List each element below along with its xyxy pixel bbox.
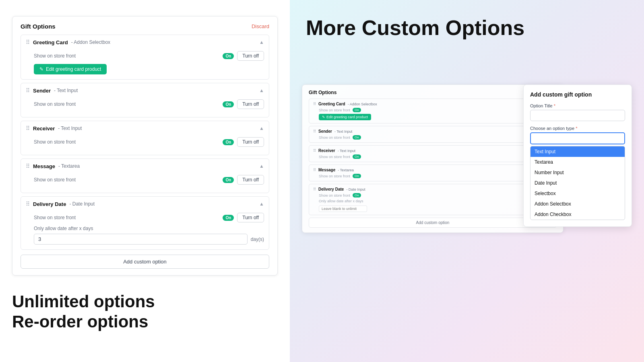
drag-handle-greeting[interactable]: ⠿ [26,39,30,45]
show-store-label-message: Show on store front [34,177,76,183]
mini-drag-sender: ⠿ [313,129,316,134]
toggle-on-delivery[interactable]: On [223,215,234,221]
chevron-up-icon-greeting: ▲ [259,39,264,45]
toggle-on-receiver[interactable]: On [223,139,234,145]
option-type-select[interactable] [530,132,625,144]
option-row-header-receiver[interactable]: ⠿ Receiver - Text Input ▲ [21,121,269,136]
option-row-header-greeting[interactable]: ⠿ Greeting Card - Addon Selectbox ▲ [21,35,269,49]
toggle-on-message[interactable]: On [223,177,234,183]
mini-toggle-message: On [353,174,361,178]
turn-off-button-delivery[interactable]: Turn off [237,213,264,222]
sender-title: Sender [33,88,51,94]
mini-delivery-title: Delivery Date [318,187,344,191]
mini-show-sender: Show on store front [319,136,350,140]
date-after-days-input[interactable] [34,234,248,245]
dropdown-item-text-input[interactable]: Text Input [530,146,625,157]
reorder-options-text: Re-order options [12,312,278,332]
mini-greeting-title: Greeting Card [318,102,345,106]
toggle-on-sender[interactable]: On [223,101,234,107]
date-extra: Only allow date after x days day(s) [34,226,264,245]
mini-row-sender: ⠿ Sender - Text Input Turn off Show on s… [309,126,557,143]
show-store-label-receiver: Show on store front [34,139,76,145]
turn-off-button-message[interactable]: Turn off [237,175,264,185]
mini-message-type: - Textarea [338,168,354,172]
mini-date-allow-label: Only allow date after x days [319,199,552,203]
mini-show-delivery: Show on store front [319,193,350,197]
mini-edit-greeting-button[interactable]: ✎ Edit greeting card product [319,114,371,120]
dropdown-item-number-input[interactable]: Number Input [530,167,625,178]
option-type-dropdown[interactable]: Text Input Textarea Number Input Date In… [530,146,625,220]
option-row-receiver: ⠿ Receiver - Text Input ▲ Show on store … [21,121,269,155]
modal-title: Add custom gift option [530,91,625,98]
option-title-label: Option Title * [530,103,625,108]
mini-date-input[interactable] [319,206,367,212]
delivery-date-title: Delivery Date [33,201,66,207]
drag-handle-receiver[interactable]: ⠿ [26,125,30,132]
turn-off-button-receiver[interactable]: Turn off [237,137,264,147]
toggle-on-greeting[interactable]: On [223,53,234,59]
option-title-input[interactable] [530,110,625,121]
edit-icon: ✎ [39,66,43,72]
receiver-body: Show on store front On Turn off [21,136,269,155]
mini-row-delivery: ⠿ Delivery Date - Date Input Turn off Sh… [309,184,557,215]
add-custom-gift-option-modal: Add custom gift option Option Title * Ch… [523,84,632,227]
mini-receiver-title: Receiver [318,148,335,153]
show-store-label-delivery: Show on store front [34,215,76,220]
mini-toggle-delivery: On [353,193,361,197]
required-star-title: * [554,103,555,108]
mini-toggle-sender: On [353,135,361,140]
dropdown-item-addon-selectbox[interactable]: Addon Selectbox [530,199,625,209]
mini-sender-title: Sender [318,129,332,134]
mini-message-title: Message [318,168,335,172]
option-row-header-message[interactable]: ⠿ Message - Textarea ▲ [21,159,269,173]
right-panel: More Custom Options Gift Options Discard… [290,0,644,362]
required-star-type: * [576,126,577,131]
receiver-title: Receiver [33,125,55,132]
mini-drag-delivery: ⠿ [313,187,316,191]
date-unit-label: day(s) [251,237,264,242]
chevron-up-icon-receiver: ▲ [259,125,264,131]
mini-drag-message: ⠿ [313,168,316,172]
chevron-up-icon-delivery: ▲ [259,201,264,207]
unlimited-options-text: Unlimited options [12,292,278,312]
dropdown-item-selectbox[interactable]: Selectbox [530,188,625,199]
mini-row-message: ⠿ Message - Textarea Turn off Show on st… [309,165,557,181]
mini-row-greeting: ⠿ Greeting Card - Addon Selectbox Turn o… [309,99,557,123]
dropdown-item-date-input[interactable]: Date Input [530,178,625,188]
left-panel: Gift Options Discard ⠿ Greeting Card - A… [0,0,290,362]
mini-drag-receiver: ⠿ [313,148,316,153]
option-type-select-wrapper [530,132,625,144]
dropdown-item-textarea[interactable]: Textarea [530,157,625,167]
receiver-type: - Text Input [58,125,82,131]
option-row-header-sender[interactable]: ⠿ Sender - Text Input ▲ [21,83,269,98]
dropdown-item-addon-checkbox[interactable]: Addon Checkbox [530,209,625,220]
bottom-text: Unlimited options Re-order options [12,292,278,332]
discard-button[interactable]: Discard [252,23,269,29]
sender-body: Show on store front On Turn off [21,98,269,117]
message-body: Show on store front On Turn off [21,173,269,193]
greeting-card-title: Greeting Card [33,39,68,45]
option-row-header-delivery[interactable]: ⠿ Delivery Date - Date Input ▲ [21,197,269,211]
gift-options-card: Gift Options Discard ⠿ Greeting Card - A… [12,16,278,276]
show-store-label-greeting: Show on store front [34,53,76,59]
option-row-delivery-date: ⠿ Delivery Date - Date Input ▲ Show on s… [21,196,269,250]
drag-handle-message[interactable]: ⠿ [26,163,30,169]
greeting-card-body: Show on store front On Turn off ✎ Edit g… [21,49,269,79]
message-title: Message [33,163,55,169]
sender-type: - Text Input [54,88,78,93]
drag-handle-delivery[interactable]: ⠿ [26,201,30,207]
drag-handle-sender[interactable]: ⠿ [26,87,30,94]
mini-add-custom-button[interactable]: Add custom option [309,218,557,228]
mini-greeting-type: - Addon Selectbox [348,102,377,106]
turn-off-button-sender[interactable]: Turn off [237,99,264,109]
mini-edit-icon: ✎ [322,115,325,119]
mini-card-title: Gift Options [309,90,336,95]
message-type: - Textarea [58,163,80,169]
add-custom-option-button[interactable]: Add custom option [21,255,269,269]
option-row-sender: ⠿ Sender - Text Input ▲ Show on store fr… [21,83,269,117]
card-header: Gift Options Discard [21,23,269,30]
delivery-date-body: Show on store front On Turn off Only all… [21,211,269,249]
turn-off-button-greeting[interactable]: Turn off [237,51,264,61]
edit-greeting-button[interactable]: ✎ Edit greeting card product [34,64,107,74]
delivery-date-type: - Date Input [69,201,95,207]
